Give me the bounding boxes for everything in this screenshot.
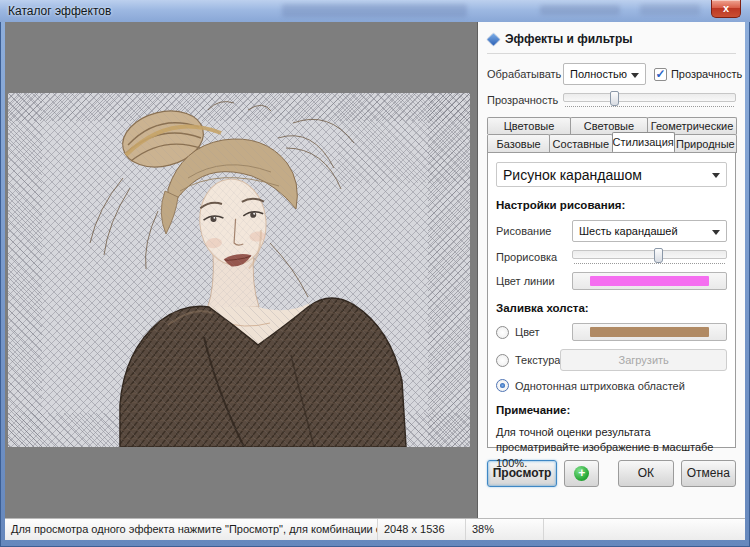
detail-slider[interactable] bbox=[572, 250, 727, 264]
panel-title: Эффекты и фильтры bbox=[505, 32, 633, 46]
radio-selected-icon[interactable] bbox=[496, 379, 509, 392]
status-image-size: 2048 x 1536 bbox=[377, 519, 465, 540]
opacity-label: Прозрачность bbox=[487, 94, 563, 106]
note-text: Для точной оценки результата просматрива… bbox=[496, 425, 727, 471]
window-title: Каталог эффектов bbox=[8, 4, 111, 18]
close-button[interactable]: x bbox=[711, 0, 741, 18]
pencil-sketch-preview-image bbox=[8, 93, 470, 447]
effects-panel: Эффекты и фильтры Обрабатывать Полностью… bbox=[478, 22, 745, 518]
tab-tsvetovye[interactable]: Цветовые bbox=[487, 117, 571, 134]
chevron-down-icon bbox=[712, 230, 720, 235]
tab-bazovye[interactable]: Базовые bbox=[487, 134, 550, 153]
fill-color-swatch bbox=[590, 327, 709, 337]
texture-radio-wrap[interactable]: Текстура bbox=[496, 354, 560, 367]
line-color-swatch bbox=[590, 276, 709, 286]
opacity-slider-ticks bbox=[565, 103, 734, 107]
fill-color-radio-label: Цвет bbox=[515, 326, 540, 338]
status-empty-segment bbox=[543, 519, 745, 540]
close-icon: x bbox=[723, 2, 729, 14]
drawing-mode-row: Рисование Шесть карандашей bbox=[496, 220, 727, 242]
line-color-row: Цвет линии bbox=[496, 272, 727, 290]
canvas-fill-heading: Заливка холста: bbox=[496, 302, 727, 314]
fill-color-row: Цвет bbox=[496, 323, 727, 341]
line-color-label: Цвет линии bbox=[496, 275, 572, 287]
note-heading: Примечание: bbox=[496, 404, 727, 416]
hatch-radio-label: Однотонная штриховка областей bbox=[515, 380, 685, 392]
titlebar[interactable]: Каталог эффектов x bbox=[0, 0, 750, 22]
preview-area bbox=[5, 22, 478, 518]
opacity-slider[interactable] bbox=[563, 93, 736, 107]
fill-color-radio-wrap[interactable]: Цвет bbox=[496, 326, 553, 339]
aero-glass-artifact bbox=[640, 4, 700, 15]
fill-color-button[interactable] bbox=[572, 323, 727, 341]
effects-catalog-window: Каталог эффектов x bbox=[0, 0, 750, 547]
process-dropdown[interactable]: Полностью bbox=[563, 63, 646, 85]
process-label: Обрабатывать bbox=[487, 68, 563, 80]
radio-unselected-icon[interactable] bbox=[496, 354, 509, 367]
opacity-row: Прозрачность bbox=[487, 93, 736, 107]
effect-value: Рисунок карандашом bbox=[503, 167, 642, 183]
chevron-down-icon bbox=[631, 73, 639, 78]
transparency-checkbox-label: Прозрачность bbox=[671, 68, 742, 80]
detail-slider-thumb[interactable] bbox=[654, 248, 663, 263]
hatch-row[interactable]: Однотонная штриховка областей bbox=[496, 379, 727, 392]
opacity-slider-groove[interactable] bbox=[563, 93, 736, 102]
transparency-checkbox-wrap[interactable]: ✓ Прозрачность bbox=[654, 68, 742, 81]
status-bar: Для просмотра одного эффекта нажмите "Пр… bbox=[5, 518, 745, 540]
panel-header: Эффекты и фильтры bbox=[487, 28, 736, 54]
tab-content: Рисунок карандашом Настройки рисования: … bbox=[487, 152, 736, 448]
tab-prirodnye[interactable]: Природные bbox=[674, 134, 737, 153]
diamond-icon bbox=[487, 33, 500, 46]
line-color-button[interactable] bbox=[572, 272, 727, 290]
process-row: Обрабатывать Полностью ✓ Прозрачность bbox=[487, 63, 736, 85]
tab-stilizatsiya-active[interactable]: Стилизация bbox=[612, 132, 675, 151]
texture-radio-label: Текстура bbox=[515, 354, 560, 366]
drawing-mode-label: Рисование bbox=[496, 225, 572, 237]
tab-sostavnye[interactable]: Составные bbox=[549, 134, 612, 153]
detail-slider-groove[interactable] bbox=[572, 250, 727, 259]
drawing-settings-heading: Настройки рисования: bbox=[496, 199, 727, 211]
opacity-slider-thumb[interactable] bbox=[610, 91, 619, 106]
checkbox-checked-icon[interactable]: ✓ bbox=[654, 68, 667, 81]
drawing-mode-value: Шесть карандашей bbox=[579, 225, 678, 237]
aero-glass-artifact bbox=[282, 4, 467, 17]
detail-row: Прорисовка bbox=[496, 250, 727, 264]
texture-row: Текстура Загрузить bbox=[496, 349, 727, 371]
load-texture-button[interactable]: Загрузить bbox=[560, 349, 727, 371]
detail-slider-ticks bbox=[574, 260, 725, 264]
drawing-mode-dropdown[interactable]: Шесть карандашей bbox=[572, 220, 727, 242]
status-zoom-level: 38% bbox=[465, 519, 543, 540]
radio-unselected-icon[interactable] bbox=[496, 326, 509, 339]
detail-label: Прорисовка bbox=[496, 251, 572, 263]
category-tabs: Цветовые Световые Геометрические Базовые… bbox=[487, 117, 736, 448]
status-message: Для просмотра одного эффекта нажмите "Пр… bbox=[5, 519, 377, 540]
effect-dropdown[interactable]: Рисунок карандашом bbox=[496, 162, 727, 187]
process-value: Полностью bbox=[570, 68, 627, 80]
aero-glass-artifact bbox=[540, 5, 620, 15]
chevron-down-icon bbox=[712, 173, 720, 178]
